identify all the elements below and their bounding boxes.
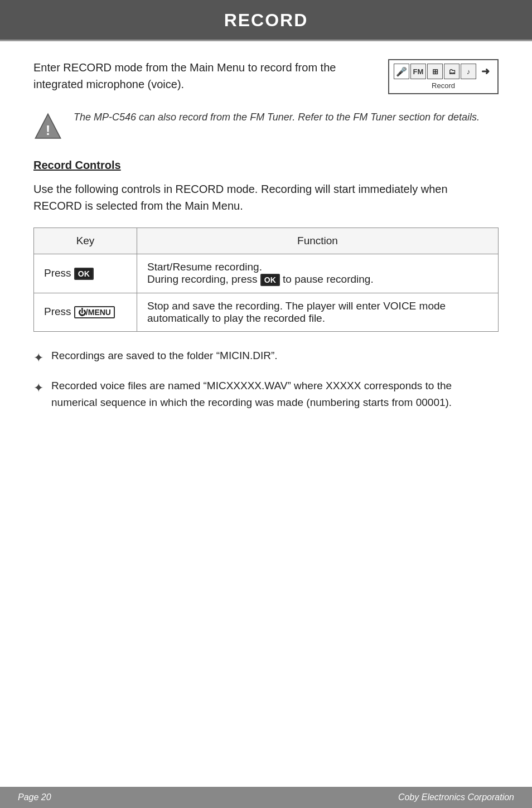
arrow-icon: ➜: [477, 64, 493, 79]
file-mode-icon: 🗂: [444, 64, 460, 79]
footer-company: Coby Electronics Corporation: [398, 792, 514, 802]
key-cell-menu: Press ⏻/MENU: [34, 293, 137, 331]
intro-text: Enter RECORD mode from the Main Menu to …: [33, 59, 370, 93]
key-cell-ok: Press OK: [34, 254, 137, 293]
warning-icon: !: [33, 112, 62, 141]
ok-badge: OK: [74, 268, 94, 280]
note-mode-icon: ♪: [461, 64, 476, 79]
bullet-text-1: Recordings are saved to the folder “MICI…: [51, 347, 278, 364]
fm-mode-icon: FM: [410, 64, 426, 79]
function-cell-menu: Stop and save the recording. The player …: [137, 293, 499, 331]
page-title: RECORD: [0, 10, 532, 31]
function-text-ok-line1: Start/Resume recording.: [147, 261, 262, 273]
table-row: Press ⏻/MENU Stop and save the recording…: [34, 293, 499, 331]
page-header: RECORD: [0, 0, 532, 40]
list-item: ✦ Recordings are saved to the folder “MI…: [33, 347, 499, 367]
mode-label: Record: [432, 81, 455, 90]
mic-mode-icon: 🎤: [394, 64, 409, 79]
mode-icons-row: 🎤 FM ⊞ 🗂 ♪ ➜: [394, 64, 493, 79]
footer-page: Page 20: [18, 792, 51, 802]
bullet-cross-1: ✦: [33, 349, 43, 367]
record-controls-paragraph: Use the following controls in RECORD mod…: [33, 181, 499, 214]
col-function-header: Function: [137, 228, 499, 254]
ok-badge-inline: OK: [260, 274, 280, 286]
intro-row: Enter RECORD mode from the Main Menu to …: [33, 59, 499, 94]
mode-icon-panel: 🎤 FM ⊞ 🗂 ♪ ➜ Record: [388, 59, 499, 94]
bullet-cross-2: ✦: [33, 379, 43, 398]
table-row: Press OK Start/Resume recording. During …: [34, 254, 499, 293]
menu-badge: ⏻/MENU: [74, 306, 115, 318]
svg-text:!: !: [46, 123, 50, 138]
function-cell-ok: Start/Resume recording. During recording…: [137, 254, 499, 293]
power-symbol: ⏻: [78, 308, 86, 317]
col-key-header: Key: [34, 228, 137, 254]
warning-text: The MP-C546 can also record from the FM …: [74, 110, 480, 125]
bullet-text-2: Recorded voice files are named “MICXXXXX…: [51, 378, 499, 410]
main-content: Enter RECORD mode from the Main Menu to …: [0, 41, 532, 465]
eq-mode-icon: ⊞: [427, 64, 443, 79]
controls-table: Key Function Press OK Start/Resume recor…: [33, 228, 499, 332]
function-text-ok-line2: During recording, press OK to pause reco…: [147, 273, 374, 285]
list-item: ✦ Recorded voice files are named “MICXXX…: [33, 378, 499, 410]
warning-box: ! The MP-C546 can also record from the F…: [33, 110, 499, 141]
page-footer: Page 20 Coby Electronics Corporation: [0, 787, 532, 808]
record-controls-heading: Record Controls: [33, 159, 499, 172]
bullet-list: ✦ Recordings are saved to the folder “MI…: [33, 347, 499, 410]
